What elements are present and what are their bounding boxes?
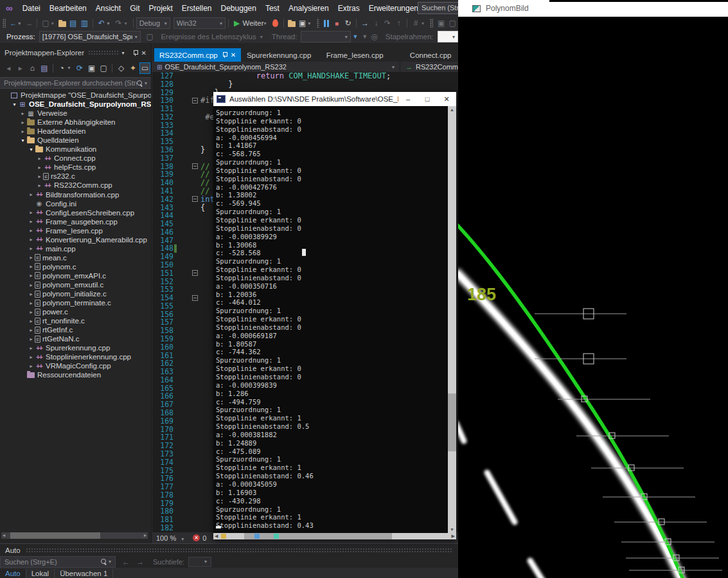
scroll-down-icon[interactable]: ▼ — [448, 527, 456, 532]
save-all-icon[interactable]: ▥ — [80, 18, 90, 29]
toolbar-grip[interactable] — [430, 19, 433, 28]
search-dropdown[interactable]: ▾ — [109, 559, 114, 564]
tree-item[interactable]: Ressourcendateien — [0, 370, 151, 379]
panel-options-dropdown-icon[interactable]: ▾ — [122, 50, 125, 56]
scroll-left-icon[interactable]: ◂ — [3, 532, 5, 538]
breadcrumb-scope[interactable]: RS232Comm — [416, 63, 458, 71]
tree-expand-icon[interactable]: ▸ — [28, 192, 35, 197]
console-output[interactable]: Spurzuordnung: 1Stopplinie erkannt: 0Sto… — [213, 106, 456, 533]
open-file-icon[interactable] — [58, 21, 66, 27]
continue-button-label[interactable]: Weiter — [242, 19, 263, 27]
solution-configuration-dropdown[interactable]: Debug▾ — [136, 17, 170, 29]
tab-rs232comm.cpp[interactable]: RS232Comm.cpp✕ — [154, 48, 241, 62]
thread-dropdown[interactable]: ▾ — [301, 31, 350, 42]
process-dropdown[interactable]: [19776] OSE_Draufsicht_Spurpolyn▾ — [39, 31, 141, 42]
tool-tab-auto[interactable]: Auto — [0, 569, 26, 578]
back-icon[interactable]: ◂ — [3, 62, 14, 74]
step-return-icon[interactable]: ↑ — [394, 18, 404, 29]
menu-item-analysieren[interactable]: Analysieren — [284, 1, 333, 15]
tree-item[interactable]: ▾Kommunikation — [0, 145, 151, 154]
scroll-right-icon[interactable]: ▶ — [452, 534, 455, 539]
properties-wrench-icon[interactable]: ✦ — [128, 62, 139, 74]
search-icon[interactable] — [137, 80, 143, 86]
tree-item[interactable]: ▸++Connect.cpp — [0, 154, 151, 163]
step-over-icon[interactable]: → — [360, 18, 370, 29]
solution-explorer-search[interactable]: Projektmappen-Explorer durchsuchen (Strg… — [0, 77, 151, 89]
tree-item[interactable]: ▸++Konvertierung_Kamerabild.cpp — [0, 235, 151, 244]
menu-item-erstellen[interactable]: Erstellen — [177, 1, 217, 15]
tree-item[interactable]: ▸cpolynom_initialize.c — [0, 289, 151, 298]
tree-item[interactable]: ▸crt_nonfinite.c — [0, 316, 151, 325]
tree-item[interactable]: ▸++main.cpp — [0, 244, 151, 253]
tree-expand-icon[interactable]: ▸ — [36, 165, 43, 170]
pin-panel-icon[interactable] — [133, 50, 138, 56]
filter-dropdown[interactable]: ▾ — [68, 65, 73, 71]
tab-connect.cpp[interactable]: Connect.cpp — [393, 48, 458, 62]
panel-drag-handle[interactable] — [88, 50, 118, 55]
search-icon[interactable] — [101, 559, 107, 564]
fold-margin[interactable]: – — [177, 163, 200, 171]
menu-item-debuggen[interactable]: Debuggen — [217, 1, 261, 15]
scrollbar-thumb[interactable] — [244, 533, 392, 539]
tree-item[interactable]: ▸++ConfigLesenSchreiben.cpp — [0, 208, 151, 217]
close-tab-icon[interactable]: ✕ — [231, 51, 236, 59]
error-badge[interactable]: ✕ 0 — [193, 534, 206, 542]
pause-icon[interactable] — [324, 20, 329, 27]
stop-debugging-icon[interactable]: ■ — [332, 18, 342, 29]
search-depth-dropdown[interactable]: ▾ — [188, 557, 211, 567]
collapse-region-icon[interactable]: – — [192, 196, 198, 202]
search-forward-icon[interactable]: → — [136, 557, 144, 566]
tree-collapse-icon[interactable]: ▾ — [19, 138, 26, 143]
toolbar-grip[interactable] — [317, 19, 320, 28]
new-file-dropdown[interactable]: ▾ — [51, 21, 56, 26]
tree-expand-icon[interactable]: ▸ — [28, 291, 35, 297]
lifecycle-dropdown[interactable]: ▾ — [260, 34, 264, 40]
tree-item[interactable]: ▸++RS232Comm.cpp — [0, 181, 151, 190]
preview-icon[interactable]: ▢ — [98, 62, 109, 74]
tree-item[interactable]: ▸cmean.c — [0, 253, 151, 262]
tree-expand-icon[interactable]: ▸ — [28, 282, 35, 288]
redo-icon[interactable]: ↷ — [114, 18, 124, 29]
tree-item[interactable]: ▸++Frame_lesen.cpp — [0, 226, 151, 235]
menu-item-datei[interactable]: Datei — [18, 1, 45, 15]
tree-item[interactable]: ▸++Spurerkennung.cpp — [0, 343, 151, 352]
window-layout-icon[interactable]: ▣ — [436, 18, 447, 29]
continue-button-icon[interactable]: ▶ — [232, 18, 242, 29]
stack-frame-dropdown[interactable]: ▾ — [438, 31, 458, 42]
tree-item[interactable]: ▸crtGetNaN.c — [0, 334, 151, 343]
undo-icon[interactable]: ↶ — [96, 18, 107, 29]
tree-expand-icon[interactable]: ▸ — [28, 363, 35, 369]
tree-item[interactable]: ◉Config.ini — [0, 199, 151, 208]
scroll-up-icon[interactable]: ▲ — [448, 107, 456, 112]
breadcrumb-dropdown[interactable]: ▾ — [392, 64, 395, 70]
tab-frame_lesen.cpp[interactable]: Frame_lesen.cpp — [317, 48, 393, 62]
navigate-back-icon[interactable]: ← — [9, 19, 18, 28]
filter-funnel-icon[interactable]: ▼ — [351, 32, 360, 42]
scroll-left-icon[interactable]: ◀ — [215, 534, 218, 539]
search-options-dropdown[interactable]: ▾ — [145, 80, 150, 86]
fold-margin[interactable]: – — [177, 269, 200, 278]
collapse-region-icon[interactable]: – — [192, 163, 198, 169]
menu-item-ansicht[interactable]: Ansicht — [91, 1, 125, 15]
tree-expand-icon[interactable]: ▸ — [28, 264, 35, 269]
collapse-region-icon[interactable]: – — [192, 270, 198, 276]
forward-icon[interactable]: ▸ — [15, 62, 26, 74]
console-horizontal-scrollbar[interactable]: ◀ ▶ — [213, 533, 456, 539]
undo-dropdown[interactable]: ▾ — [107, 21, 112, 26]
menu-item-git[interactable]: Git — [125, 1, 144, 15]
redo-dropdown[interactable]: ▾ — [124, 21, 129, 26]
fold-margin[interactable]: – — [177, 96, 200, 105]
suspend-threads-icon[interactable]: ◎ — [370, 32, 378, 42]
autos-search-input[interactable]: Suchen (Strg+E) ▾ — [0, 556, 116, 568]
tree-item[interactable]: ▸cpower.c — [0, 307, 151, 316]
menu-item-erweiterungen[interactable]: Erweiterungen — [364, 1, 423, 15]
restart-icon[interactable]: ↻ — [343, 18, 353, 29]
tree-expand-icon[interactable]: ▸ — [28, 219, 35, 224]
tree-item[interactable]: ▾⊞OSE_Draufsicht_Spurpolynom_RS232 — [0, 100, 151, 109]
lifecycle-events-label[interactable]: Ereignisse des Lebenszyklus — [161, 33, 256, 41]
polynombild-title-bar[interactable]: PolynomBild — [458, 0, 728, 17]
tree-expand-icon[interactable]: ▸ — [28, 237, 35, 242]
tab-spurerkennung.cpp[interactable]: Spurerkennung.cpp — [241, 48, 317, 62]
new-file-icon[interactable]: ▢ — [40, 18, 51, 29]
navigate-forward-icon[interactable]: → — [25, 19, 34, 28]
